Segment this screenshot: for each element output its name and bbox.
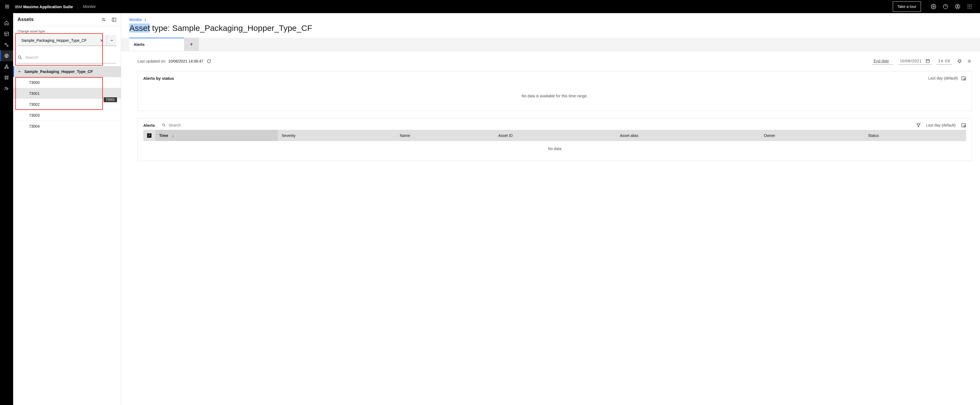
apps-icon[interactable]	[967, 4, 972, 9]
svg-point-7	[957, 5, 958, 6]
svg-point-15	[969, 8, 970, 9]
svg-point-16	[971, 8, 972, 9]
svg-point-10	[971, 5, 972, 5]
brand: IBM Maximo Application Suite	[15, 4, 73, 9]
svg-point-4	[943, 4, 948, 9]
app-name: Monitor	[83, 4, 96, 9]
svg-point-11	[968, 6, 969, 7]
svg-point-14	[968, 8, 969, 9]
help-icon[interactable]	[943, 4, 948, 9]
app-header: IBM Maximo Application Suite Monitor Tak…	[0, 0, 980, 13]
svg-point-9	[969, 5, 970, 5]
user-icon[interactable]	[955, 4, 960, 9]
header-divider	[78, 3, 78, 10]
settings-icon[interactable]	[931, 4, 936, 9]
svg-point-3	[933, 6, 934, 7]
svg-point-12	[969, 6, 970, 7]
svg-point-13	[971, 6, 972, 7]
svg-point-8	[968, 5, 969, 5]
take-a-tour-button[interactable]: Take a tour	[893, 2, 921, 12]
menu-icon[interactable]	[5, 4, 10, 9]
